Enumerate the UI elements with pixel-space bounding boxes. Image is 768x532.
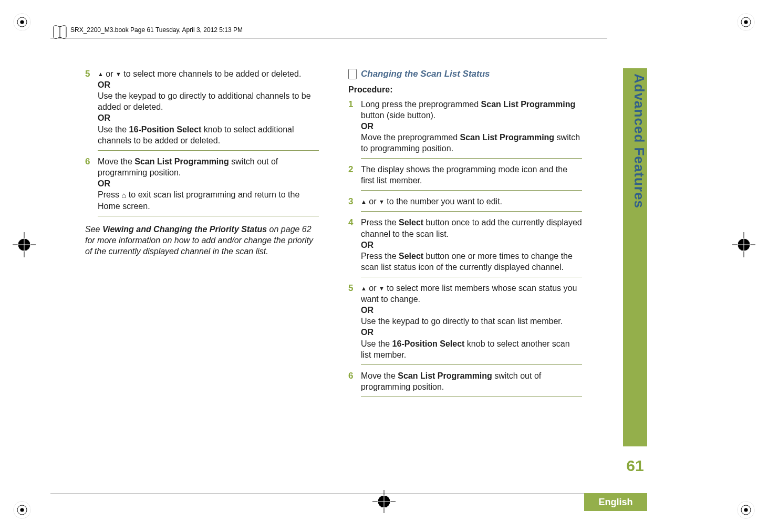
step-number: 1 xyxy=(348,99,361,159)
step-text: 16-Position Select xyxy=(392,339,465,348)
step-text: Scan List Programming xyxy=(460,133,555,142)
right-column: Changing the Scan List Status Procedure:… xyxy=(348,68,582,402)
step-text: to exit scan list programming and return… xyxy=(98,190,299,211)
registration-target-icon xyxy=(13,232,36,257)
step-text: OR xyxy=(98,113,110,122)
step-text: Move the xyxy=(361,371,398,380)
up-arrow-icon: ▲ xyxy=(361,285,367,293)
step-item: 6 Move the Scan List Programming switch … xyxy=(85,156,319,216)
crop-mark-icon xyxy=(736,13,755,32)
down-arrow-icon: ▼ xyxy=(379,198,385,206)
up-arrow-icon: ▲ xyxy=(361,198,367,206)
step-text: Move the xyxy=(98,157,134,166)
svg-point-1 xyxy=(20,20,24,24)
step-text: button (side button). xyxy=(361,111,435,120)
step-text: Press the xyxy=(361,218,399,227)
step-number: 5 xyxy=(85,68,98,151)
left-column: 5 ▲ or ▼ to select more channels to be a… xyxy=(85,68,319,402)
step-text: Long press the preprogrammed xyxy=(361,100,481,109)
up-arrow-icon: ▲ xyxy=(98,70,103,78)
side-tab: Advanced Features xyxy=(623,68,647,446)
step-text: 16-Position Select xyxy=(129,125,202,134)
step-text: to select more channels to be added or d… xyxy=(123,69,301,78)
crop-mark-icon xyxy=(13,13,32,32)
step-text: Scan List Programming xyxy=(134,157,229,166)
step-text: Use the xyxy=(98,125,129,134)
step-number: 2 xyxy=(348,164,361,191)
step-text: OR xyxy=(361,328,373,337)
book-icon xyxy=(51,24,68,41)
step-text: Select xyxy=(399,252,423,260)
step-item: 1 Long press the preprogrammed Scan List… xyxy=(348,99,582,159)
crop-rule xyxy=(50,494,607,494)
step-text: to select more list members whose scan s… xyxy=(361,284,577,304)
step-number: 6 xyxy=(85,156,98,216)
language-footer: English xyxy=(584,493,647,511)
section-heading: Changing the Scan List Status xyxy=(348,68,582,80)
step-text: Use the xyxy=(361,339,392,348)
step-text: or xyxy=(106,69,116,78)
svg-point-4 xyxy=(744,20,748,24)
step-text: Press xyxy=(98,190,121,199)
crop-mark-icon xyxy=(13,500,32,519)
step-text: OR xyxy=(361,122,373,131)
note-icon xyxy=(348,69,357,79)
step-text: Use the keypad to go directly to additio… xyxy=(98,91,311,111)
step-text: Scan List Programming xyxy=(398,371,492,380)
step-number: 6 xyxy=(348,370,361,397)
step-text: Use the keypad to go directly to that sc… xyxy=(361,317,563,326)
step-text: or xyxy=(369,284,379,293)
step-text: Scan List Programming xyxy=(481,100,576,109)
step-item: 3 ▲ or ▼ to the number you want to edit. xyxy=(348,196,582,212)
down-arrow-icon: ▼ xyxy=(379,285,385,293)
source-header: SRX_2200_M3.book Page 61 Tuesday, April … xyxy=(70,26,243,34)
step-text: to the number you want to edit. xyxy=(387,197,502,206)
svg-point-7 xyxy=(20,508,24,512)
procedure-label: Procedure: xyxy=(348,84,582,95)
step-text: OR xyxy=(361,241,373,249)
step-item: 5 ▲ or ▼ to select more list members who… xyxy=(348,283,582,365)
page-number: 61 xyxy=(623,457,647,475)
step-text: OR xyxy=(98,179,110,188)
step-item: 5 ▲ or ▼ to select more channels to be a… xyxy=(85,68,319,151)
step-item: 6 Move the Scan List Programming switch … xyxy=(348,370,582,397)
step-item: 4 Press the Select button once to add th… xyxy=(348,217,582,277)
step-text: The display shows the programming mode i… xyxy=(361,165,567,185)
crop-rule xyxy=(50,38,607,38)
section-title: Changing the Scan List Status xyxy=(361,68,490,80)
note-text: See Viewing and Changing the Priority St… xyxy=(85,224,319,257)
registration-target-icon xyxy=(732,232,755,257)
step-text: Press the xyxy=(361,252,399,260)
step-text: Move the preprogrammed xyxy=(361,133,460,142)
step-number: 4 xyxy=(348,217,361,277)
crop-mark-icon xyxy=(736,500,755,519)
down-arrow-icon: ▼ xyxy=(116,70,121,78)
svg-point-10 xyxy=(744,508,748,512)
step-text: OR xyxy=(98,80,110,89)
step-text: OR xyxy=(361,306,373,315)
step-text: Select xyxy=(399,218,423,227)
step-number: 3 xyxy=(348,196,361,212)
step-number: 5 xyxy=(348,283,361,365)
step-text: or xyxy=(369,197,379,206)
step-item: 2 The display shows the programming mode… xyxy=(348,164,582,191)
